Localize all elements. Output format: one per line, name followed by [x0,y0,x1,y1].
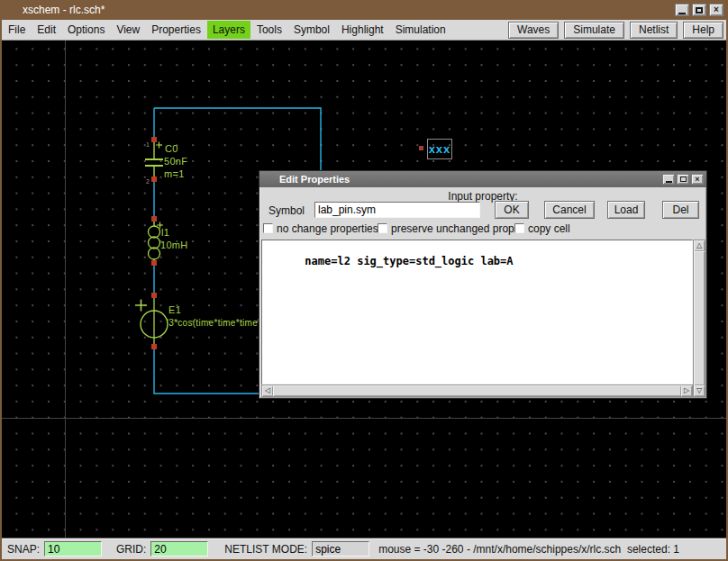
del-button[interactable]: Del [662,201,699,219]
dialog-minimize-icon[interactable] [662,174,675,185]
inductor-name[interactable]: l1 [161,227,169,238]
source-value[interactable]: '3*cos(time*time*time' [167,318,259,328]
menu-layers[interactable]: Layers [207,21,250,39]
copy-cell-checkbox[interactable] [514,223,524,233]
scroll-right-icon[interactable]: ▷ [681,385,692,396]
dialog-titlebar[interactable]: Edit Properties × [259,171,706,187]
capacitor-pin1-number: 1 [146,141,150,148]
symbol-input[interactable] [314,202,480,218]
edit-properties-dialog: Edit Properties × Input property: Symbol… [259,170,707,399]
pin-label-text: xxx [429,142,451,156]
checkbox-row: no change properties preserve unchanged … [259,222,706,235]
vertical-scroll-thumb[interactable] [694,251,705,385]
lab-pin-square[interactable] [419,146,423,150]
cancel-button[interactable]: Cancel [544,201,595,219]
minimize-glyph [678,13,686,14]
pin-plus-icon [156,142,163,229]
close-icon[interactable]: × [709,4,723,16]
grid-label: GRID: [116,543,146,556]
capacitor-name[interactable]: C0 [165,143,178,154]
snap-input[interactable] [44,541,102,556]
vertical-scrollbar[interactable]: △ ▽ [693,240,705,397]
menu-file[interactable]: File [3,21,31,39]
menu-symbol[interactable]: Symbol [288,21,335,39]
menu-properties[interactable]: Properties [146,21,206,39]
no-change-properties-checkbox[interactable] [263,223,273,233]
statusbar: SNAP: GRID: NETLIST MODE: mouse = -30 -2… [2,538,726,559]
inductor-value[interactable]: 10mH [160,240,188,250]
help-button[interactable]: Help [683,22,723,39]
properties-text: name=l2 sig_type=std_logic lab=A [305,255,513,267]
maximize-glyph [696,7,703,14]
copy-cell-label: copy cell [528,222,570,235]
selected-pin-label[interactable]: xxx [427,139,452,159]
menu-simulation[interactable]: Simulation [390,21,451,39]
horizontal-scrollbar[interactable]: ◁ ▷ [261,385,693,397]
dialog-close-icon[interactable]: × [691,174,704,185]
dialog-title: Edit Properties [279,174,350,185]
scroll-down-icon[interactable]: ▽ [694,385,705,396]
grid-input[interactable] [150,541,208,556]
dialog-maximize-icon[interactable] [677,174,689,185]
menubar: File Edit Options View Properties Layers… [2,20,726,41]
inductor-coil[interactable] [149,248,160,259]
close-glyph: × [695,176,699,184]
close-glyph: × [714,5,719,14]
snap-label: SNAP: [7,543,40,556]
netlist-mode-label: NETLIST MODE: [224,543,307,556]
menu-edit[interactable]: Edit [32,21,61,39]
no-change-properties-label: no change properties [277,222,378,235]
netlist-mode-input[interactable] [312,541,369,556]
simulate-button[interactable]: Simulate [564,22,624,39]
window-titlebar[interactable]: xschem - rlc.sch* × [0,0,728,20]
plus-icon [135,300,147,312]
mouse-status-text: mouse = -30 -260 - /mnt/x/home/schippes/… [378,543,679,556]
inductor-coil[interactable] [149,237,160,249]
capacitor-pin2-number: 2 [146,178,150,185]
preserve-unchanged-props-label: preserve unchanged props [391,222,520,235]
preserve-unchanged-props-checkbox[interactable] [378,223,387,233]
waves-button[interactable]: Waves [508,22,559,39]
minimize-glyph [666,181,672,183]
source-name[interactable]: E1 [168,304,181,315]
horizontal-scroll-thumb[interactable] [273,385,681,396]
inductor-coil[interactable] [149,226,160,238]
capacitor-attr[interactable]: m=1 [164,168,185,179]
maximize-icon[interactable] [692,4,706,16]
minimize-icon[interactable] [675,4,689,16]
load-button[interactable]: Load [607,201,645,219]
menu-view[interactable]: View [111,21,145,39]
menu-options[interactable]: Options [62,21,110,39]
symbol-label: Symbol [268,204,305,217]
menu-highlight[interactable]: Highlight [336,21,389,39]
menu-tools[interactable]: Tools [251,21,287,39]
ok-button[interactable]: OK [495,201,529,219]
capacitor-plates[interactable] [145,159,163,166]
properties-textarea[interactable]: name=l2 sig_type=std_logic lab=A [261,240,693,385]
scroll-up-icon[interactable]: △ [694,240,705,251]
netlist-button[interactable]: Netlist [630,22,678,39]
window-title: xschem - rlc.sch* [23,4,105,16]
capacitor-value[interactable]: 50nF [164,156,187,167]
xschem-window: xschem - rlc.sch* × File Edit Options Vi… [0,0,728,561]
scroll-left-icon[interactable]: ◁ [262,385,273,396]
maximize-glyph [680,176,687,182]
